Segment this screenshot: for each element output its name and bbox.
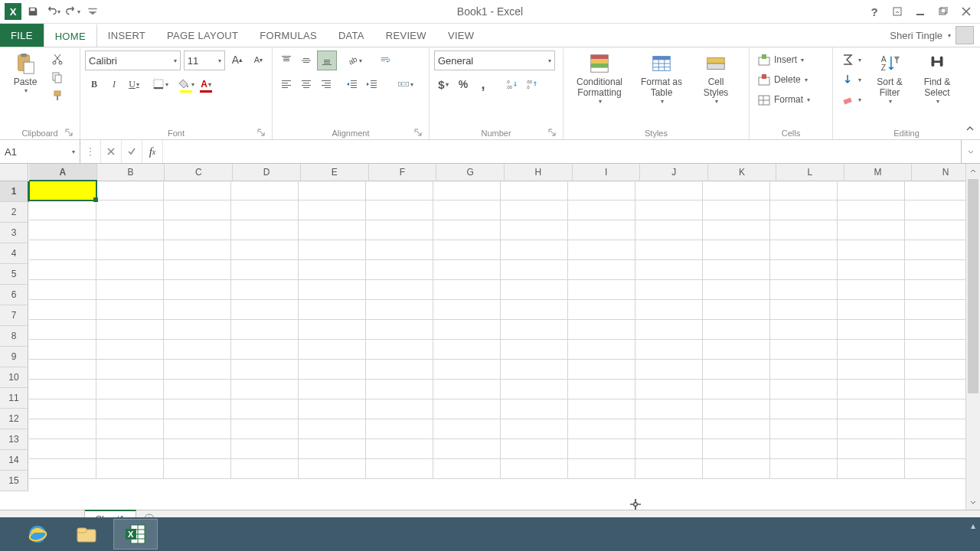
cell[interactable] [501,380,568,399]
cell[interactable] [164,280,231,300]
cell[interactable] [703,380,770,399]
cell[interactable] [770,380,838,399]
cell[interactable] [501,201,568,220]
cell[interactable] [433,340,501,360]
cell[interactable] [96,260,164,280]
row-header[interactable]: 10 [0,367,28,388]
cell[interactable] [164,181,231,201]
cell[interactable] [366,419,433,439]
close-icon[interactable] [956,3,977,20]
cell[interactable] [838,280,905,300]
ribbon-display-options-icon[interactable] [887,3,908,20]
cell[interactable] [96,439,164,459]
cell[interactable] [96,419,164,439]
row-header[interactable]: 4 [0,243,28,264]
cell[interactable] [635,240,703,260]
cell[interactable] [433,181,501,201]
select-all-corner[interactable] [0,164,28,181]
cell[interactable] [164,300,231,320]
align-left-icon[interactable] [277,75,296,93]
cell[interactable] [838,220,905,240]
cell[interactable] [231,459,299,479]
scroll-down-icon[interactable] [966,496,980,510]
cell[interactable] [568,340,635,360]
cell[interactable] [29,300,96,320]
cell[interactable] [635,220,703,240]
cell[interactable] [29,380,96,399]
clipboard-dialog-launcher-icon[interactable] [64,129,74,138]
cell[interactable] [770,320,838,340]
cell[interactable] [299,360,366,380]
cell[interactable] [96,399,164,419]
cell[interactable] [366,320,433,340]
cell[interactable] [838,181,905,201]
cell[interactable] [568,320,635,340]
font-name-combo[interactable]: Calibri▾ [85,51,181,70]
cell[interactable] [164,240,231,260]
format-as-table-button[interactable]: Format as Table▾ [634,51,689,106]
increase-indent-icon[interactable] [363,75,381,93]
cell[interactable] [29,280,96,300]
name-box[interactable]: A1▾ [0,140,80,163]
cell[interactable] [29,220,96,240]
cell[interactable] [96,201,164,220]
cell[interactable] [96,380,164,399]
cell[interactable] [164,399,231,419]
row-header[interactable]: 9 [0,347,28,367]
cell[interactable] [29,419,96,439]
cell[interactable] [635,260,703,280]
decrease-indent-icon[interactable] [343,75,361,93]
cell[interactable] [299,220,366,240]
cell[interactable] [231,300,299,320]
cell[interactable] [231,380,299,399]
cell[interactable] [231,201,299,220]
tab-home[interactable]: HOME [44,24,97,47]
column-header[interactable]: G [436,164,505,181]
cell[interactable] [501,399,568,419]
cell[interactable] [29,399,96,419]
cell[interactable] [635,280,703,300]
cell[interactable] [838,399,905,419]
cell[interactable] [366,220,433,240]
cell[interactable] [29,240,96,260]
cell[interactable] [703,300,770,320]
cell[interactable] [29,201,96,220]
cell[interactable] [231,340,299,360]
column-header[interactable]: H [505,164,573,181]
cell[interactable] [299,260,366,280]
column-header[interactable]: C [165,164,233,181]
paste-button[interactable]: Paste▾ [5,51,46,96]
cell[interactable] [905,280,972,300]
cell[interactable] [838,360,905,380]
cell[interactable] [231,360,299,380]
cell[interactable] [568,360,635,380]
cell[interactable] [299,419,366,439]
increase-decimal-icon[interactable]: .0.00 [503,75,521,93]
cell[interactable] [770,360,838,380]
cell[interactable] [299,280,366,300]
cell[interactable] [433,399,501,419]
cell[interactable] [770,340,838,360]
underline-button[interactable]: U▾ [125,75,143,93]
cell[interactable] [96,459,164,479]
italic-button[interactable]: I [105,75,123,93]
cell[interactable] [29,360,96,380]
cell[interactable] [501,260,568,280]
font-size-combo[interactable]: 11▾ [184,51,226,70]
minimize-icon[interactable] [910,3,931,20]
cell[interactable] [366,280,433,300]
cell[interactable] [164,260,231,280]
cancel-icon[interactable] [101,140,122,163]
cell[interactable] [366,201,433,220]
cell[interactable] [838,260,905,280]
maximize-icon[interactable] [933,3,954,20]
customize-qat-icon[interactable] [84,3,101,20]
cell[interactable] [568,260,635,280]
cell[interactable] [838,240,905,260]
cell[interactable] [366,360,433,380]
cell[interactable] [905,360,972,380]
cell[interactable] [164,220,231,240]
cell[interactable] [433,459,501,479]
cell[interactable] [635,320,703,340]
cell[interactable] [299,240,366,260]
